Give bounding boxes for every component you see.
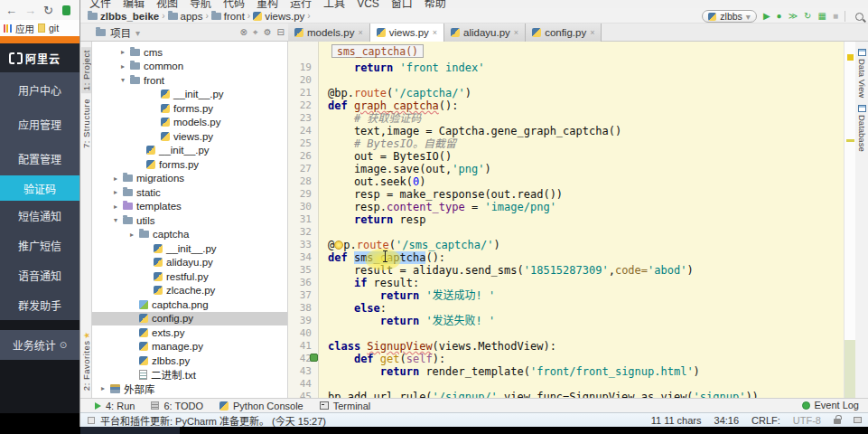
breadcrumb-item-front[interactable]: front: [211, 11, 245, 22]
tab-config.py[interactable]: config.py×: [526, 24, 602, 42]
tree-item-models.py[interactable]: models.py: [92, 116, 287, 130]
tree-arrow-icon[interactable]: ▾: [112, 216, 119, 224]
tree-item-exts.py[interactable]: exts.py: [92, 326, 287, 340]
code-line-33[interactable]: 33@p.route('/sms_captcha/'): [288, 239, 844, 251]
stop-button[interactable]: ■: [833, 12, 838, 21]
profiler-button[interactable]: ▦: [818, 12, 826, 21]
tree-item-views.py[interactable]: views.py: [92, 129, 287, 144]
menu-item-代码[interactable]: 代码: [223, 0, 245, 8]
tree-item-forms.py[interactable]: forms.py: [92, 157, 287, 172]
breadcrumb-item-apps[interactable]: apps: [168, 11, 203, 22]
tool-button-1-Project[interactable]: 1: Project: [81, 47, 91, 93]
tree-item-zlcache.py[interactable]: zlcache.py: [92, 284, 287, 298]
sidebar-item-业务统计[interactable]: 业务统计⊙: [0, 330, 79, 360]
sidebar-item-推广短信[interactable]: 推广短信: [0, 231, 79, 260]
sidebar-item-应用管理[interactable]: 应用管理: [0, 107, 79, 141]
search-icon[interactable]: [855, 13, 863, 21]
panel-header-icon-0[interactable]: ⊗: [240, 27, 247, 38]
code-line-43[interactable]: 43 return render_template('front/front_s…: [288, 365, 844, 378]
code-line-27[interactable]: 27 image.save(out,'png'): [288, 163, 844, 175]
rerun-button[interactable]: ↻: [804, 12, 811, 21]
project-panel-title[interactable]: 项目: [110, 25, 131, 40]
tree-arrow-icon[interactable]: ▸: [119, 62, 126, 71]
sidebar-item-短信通知[interactable]: 短信通知: [0, 201, 79, 231]
code-line-36[interactable]: 36 if result:: [288, 277, 844, 289]
tool-button-Python-Console[interactable]: Python Console: [219, 401, 303, 411]
tree-arrow-icon[interactable]: ▸: [119, 48, 126, 56]
code-line-21[interactable]: 21@bp.route('/captcha/'): [288, 87, 844, 99]
tree-item-templates[interactable]: ▸templates: [92, 200, 287, 214]
close-icon[interactable]: ×: [590, 28, 594, 37]
tool-button-7-Structure[interactable]: 7: Structure: [81, 99, 91, 148]
tool-button-Terminal[interactable]: Terminal: [320, 401, 371, 411]
tree-item-二进制.txt[interactable]: 二进制.txt: [92, 368, 287, 382]
menu-item-文件[interactable]: 文件: [89, 0, 111, 8]
panel-header-icon-2[interactable]: ⚙: [264, 27, 272, 38]
run-coverage-button[interactable]: ≫: [789, 12, 798, 21]
menu-item-编辑[interactable]: 编辑: [123, 0, 145, 8]
tree-item-外部库[interactable]: ▸外部库: [92, 382, 287, 396]
tree-item-alidayu.py[interactable]: alidayu.py: [92, 256, 287, 270]
tree-arrow-icon[interactable]: ▸: [112, 175, 119, 183]
tree-item-cms[interactable]: ▸cms: [92, 45, 287, 60]
tree-arrow-icon[interactable]: ▾: [119, 76, 126, 84]
chevron-down-icon[interactable]: ▾: [135, 28, 140, 38]
caret-position[interactable]: 34:16: [714, 415, 740, 426]
code-line-19[interactable]: 19 return 'front index': [288, 61, 844, 74]
code-line-25[interactable]: 25 # BytesIO。自截留: [288, 137, 844, 150]
code-line-45[interactable]: 45bp.add_url_rule('/signup/',view_func=S…: [288, 391, 844, 398]
code-editor[interactable]: 19 return 'front index'2021@bp.route('/c…: [288, 42, 844, 398]
tree-item-zlbbs.py[interactable]: zlbbs.py: [92, 354, 287, 368]
sidebar-item-语音通知[interactable]: 语音通知: [0, 260, 79, 290]
event-log-button[interactable]: Event Log: [802, 400, 859, 410]
tab-alidayu.py[interactable]: alidayu.py×: [444, 24, 526, 42]
code-line-44[interactable]: 44: [288, 378, 844, 391]
tool-button-4-Run[interactable]: 4: Run: [95, 401, 135, 411]
tool-button-Data-View[interactable]: Data View: [855, 49, 868, 98]
tree-item-utils[interactable]: ▾utils: [92, 213, 287, 228]
close-icon[interactable]: ×: [514, 28, 518, 37]
tree-arrow-icon[interactable]: ▸: [128, 231, 135, 239]
code-line-32[interactable]: 32: [288, 226, 844, 239]
bookmark-label[interactable]: git: [49, 23, 59, 33]
code-line-23[interactable]: 23 # 获取验证码: [288, 112, 844, 125]
menu-item-视图[interactable]: 视图: [156, 0, 178, 8]
tree-item-config.py[interactable]: config.py: [92, 312, 287, 326]
tab-models.py[interactable]: models.py×: [288, 24, 370, 42]
tree-item-manage.py[interactable]: manage.py: [92, 340, 287, 354]
tree-item-captcha.png[interactable]: captcha.png: [92, 297, 287, 312]
close-icon[interactable]: ×: [433, 28, 437, 37]
sidebar-item-配置管理[interactable]: 配置管理: [0, 141, 79, 175]
tree-item-common[interactable]: ▸common: [92, 60, 287, 74]
sidebar-item-用户中心[interactable]: 用户中心: [0, 72, 79, 107]
lock-icon[interactable]: [834, 419, 841, 424]
code-line-31[interactable]: 31 return resp: [288, 213, 844, 226]
close-icon[interactable]: ×: [358, 28, 362, 37]
menu-item-工具[interactable]: 工具: [323, 0, 345, 8]
breadcrumb-item-zlbbs_beike[interactable]: zlbbs_beike: [88, 11, 159, 22]
code-line-20[interactable]: 20: [288, 74, 844, 87]
tree-item-front[interactable]: ▾front: [92, 73, 287, 88]
apps-grid-icon[interactable]: [4, 24, 12, 33]
code-line-26[interactable]: 26 out = BytesIO(): [288, 150, 844, 163]
tree-arrow-icon[interactable]: ▸: [112, 203, 119, 211]
menu-item-重构[interactable]: 重构: [257, 0, 278, 8]
tool-button-6-TODO[interactable]: 6: TODO: [151, 401, 203, 411]
run-configuration-select[interactable]: zlbbs ▾: [702, 10, 757, 23]
tree-arrow-icon[interactable]: ▸: [99, 384, 107, 392]
forward-icon[interactable]: →: [24, 4, 36, 17]
code-line-30[interactable]: 30 resp.content_type = 'image/png': [288, 201, 844, 213]
tool-button-2-Favorites[interactable]: 2: Favorites★: [81, 331, 91, 391]
debug-button[interactable]: ●: [777, 12, 782, 21]
menu-item-导航[interactable]: 导航: [190, 0, 211, 8]
code-line-37[interactable]: 37 return '发送成功! ': [288, 289, 844, 302]
intention-bulb-icon[interactable]: [334, 241, 343, 250]
menu-item-运行[interactable]: 运行: [290, 0, 312, 8]
status-message[interactable]: 平台和插件更新: PyCharm 准备更新。 (今天 15:27): [100, 413, 326, 428]
tree-item-__init__.py[interactable]: __init__.py: [92, 144, 287, 158]
line-separator[interactable]: CRLF:: [751, 415, 780, 426]
file-encoding[interactable]: UTF-8: [793, 415, 821, 426]
tree-item-__init__.py[interactable]: __init__.py: [92, 88, 287, 102]
tree-item-static[interactable]: ▸static: [92, 185, 287, 200]
back-icon[interactable]: ←: [5, 4, 17, 17]
